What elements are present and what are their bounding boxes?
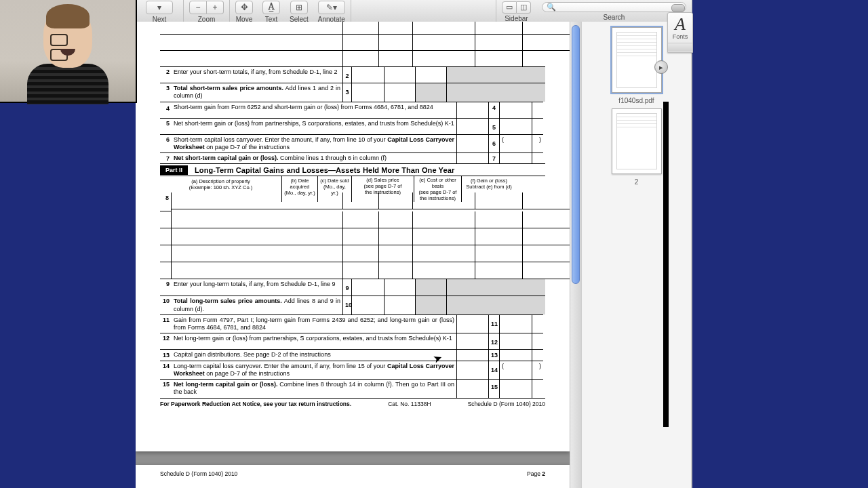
line-8-rows: 8 [160, 192, 545, 279]
scrollbar-thumb[interactable] [572, 25, 580, 284]
part-2-tab: Part II [160, 165, 188, 175]
line-12-boxnum: 12 [489, 333, 500, 349]
line-5-num: 5 [160, 118, 172, 134]
webcam-overlay [0, 0, 137, 103]
line-13-text: Capital gain distributions. See page D-2… [172, 349, 456, 360]
footer-right: Schedule D (Form 1040) 2010 [468, 401, 545, 407]
line-8-num: 8 [160, 192, 172, 211]
line-14-boxnum: 14 [489, 361, 500, 380]
line-13-boxnum: 13 [489, 349, 500, 360]
thumbnail-2-label: 2 [635, 178, 639, 186]
pdf-page-1: 2 Enter your short-term totals, if any, … [136, 22, 570, 451]
vertical-scrollbar[interactable] [570, 22, 581, 488]
line-9-boxnum: 9 [343, 279, 352, 296]
footer-mid: Cat. No. 11338H [388, 401, 431, 407]
search-input[interactable]: 🔍 [542, 2, 686, 12]
window-pill-icon[interactable] [671, 4, 685, 12]
line-2-text: Enter your short-term totals, if any, fr… [172, 66, 343, 83]
line-3-text: Total short-term sales price amounts. Ad… [172, 83, 343, 102]
fonts-glyph-icon: A [668, 16, 692, 33]
fonts-panel[interactable]: A Fonts [667, 12, 693, 53]
document-scroll-area[interactable]: 2 Enter your short-term totals, if any, … [136, 22, 692, 488]
line-10-num: 10 [160, 296, 172, 314]
part-2-header: Part II Long-Term Capital Gains and Loss… [160, 163, 545, 176]
thumbnail-sidebar: ▸ f1040sd.pdf 2 [581, 22, 692, 488]
page-1-footer: For Paperwork Reduction Act Notice, see … [160, 398, 545, 411]
sidebar-label: Sidebar [505, 15, 528, 22]
preview-window: ▾ Next − + Zoom ✥ Move A̲ Text [136, 0, 692, 488]
line-5-boxnum: 5 [489, 118, 500, 134]
next-button[interactable]: ▾ [146, 1, 173, 14]
page-2-right: Page 2 [527, 470, 545, 477]
zoom-out-button[interactable]: − [189, 1, 207, 14]
line-4-num: 4 [160, 102, 172, 118]
line-4-text: Short-term gain from Form 6252 and short… [172, 102, 456, 118]
thumbnail-page-1[interactable]: ▸ [612, 27, 662, 93]
page-2-left: Schedule D (Form 1040) 2010 [160, 470, 237, 477]
part-2-title: Long-Term Capital Gains and Losses—Asset… [195, 166, 454, 174]
search-icon: 🔍 [547, 3, 556, 12]
line-2-num: 2 [160, 66, 172, 83]
pdf-page-2: Schedule D (Form 1040) 2010 Page 2 [136, 465, 570, 488]
text-tool-button[interactable]: A̲ [262, 1, 280, 14]
line-14-text: Long-term capital loss carryover. Enter … [172, 361, 456, 380]
thumbnail-page-2[interactable] [612, 108, 662, 174]
line-3-num: 3 [160, 83, 172, 102]
line-12-num: 12 [160, 333, 172, 349]
fonts-label: Fonts [668, 33, 692, 40]
sidebar-mode-2-button[interactable]: ◫ [517, 1, 531, 14]
line-10-text: Total long-term sales price amounts. Add… [172, 296, 343, 314]
expand-icon[interactable]: ▸ [654, 60, 668, 74]
line-6-num: 6 [160, 134, 172, 153]
line-2-boxnum: 2 [343, 66, 352, 83]
line-7-num: 7 [160, 152, 172, 163]
footer-left: For Paperwork Reduction Act Notice, see … [160, 401, 351, 407]
line-6-boxnum: 6 [489, 134, 500, 153]
line-13-num: 13 [160, 349, 172, 360]
document-canvas: 2 Enter your short-term totals, if any, … [136, 22, 570, 488]
annotate-menu-button[interactable]: ✎▾ [318, 1, 345, 14]
select-tool-button[interactable]: ⊞ [290, 1, 308, 14]
line-15-boxnum: 15 [489, 379, 500, 398]
line-14-num: 14 [160, 361, 172, 380]
zoom-in-button[interactable]: + [207, 1, 224, 14]
black-stripe [663, 102, 669, 427]
line-4-boxnum: 4 [489, 102, 500, 118]
line-11-num: 11 [160, 314, 172, 333]
thumbnail-1-label: f1040sd.pdf [618, 97, 654, 104]
line-12-text: Net long-term gain or (loss) from partne… [172, 333, 456, 349]
line-11-boxnum: 11 [489, 314, 500, 333]
sidebar-mode-1-button[interactable]: ▭ [502, 1, 517, 14]
line-7-boxnum: 7 [489, 152, 500, 163]
line-9-text: Enter your long-term totals, if any, fro… [172, 279, 343, 296]
move-tool-button[interactable]: ✥ [235, 1, 253, 14]
line-15-num: 15 [160, 379, 172, 398]
line-6-text: Short-term capital loss carryover. Enter… [172, 134, 456, 153]
line-9-num: 9 [160, 279, 172, 296]
toolbar: ▾ Next − + Zoom ✥ Move A̲ Text [136, 0, 692, 22]
line-5-text: Net short-term gain or (loss) from partn… [172, 118, 456, 134]
line-15-text: Net long-term capital gain or (loss). Co… [172, 379, 456, 398]
line-10-boxnum: 10 [343, 296, 352, 314]
line-3-boxnum: 3 [343, 83, 352, 102]
line-7-text: Net short-term capital gain or (loss). C… [172, 152, 456, 163]
line-11-text: Gain from Form 4797, Part I; long-term g… [172, 314, 456, 333]
search-label: Search [542, 14, 686, 21]
